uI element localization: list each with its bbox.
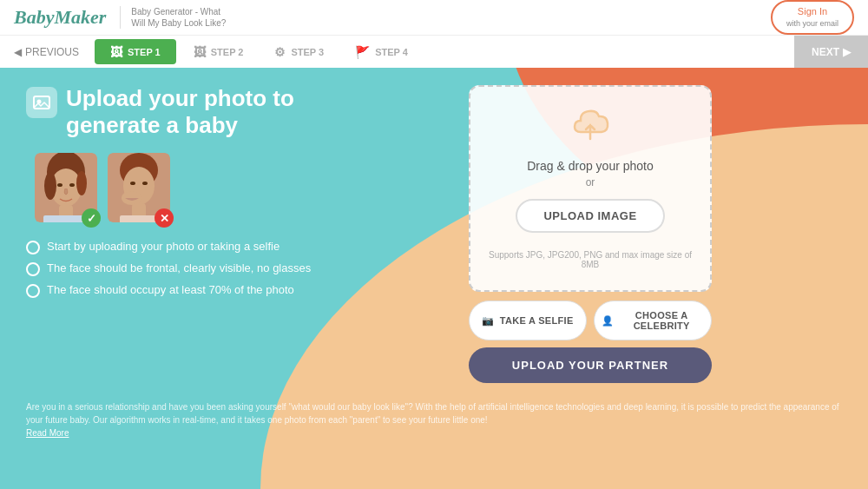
page-title-section: Upload your photo to generate a baby (26, 85, 443, 139)
bad-badge: ✕ (155, 208, 174, 228)
take-selfie-button[interactable]: 📷 TAKE A SELFIE (469, 301, 587, 340)
svg-point-6 (76, 171, 87, 195)
footer-body-text: Are you in a serious relationship and ha… (26, 400, 842, 426)
step-3-icon: ⚙ (274, 45, 286, 59)
chevron-right-icon: ▶ (843, 46, 851, 58)
instructions-list: Start by uploading your photo or taking … (26, 240, 443, 298)
step-4-button[interactable]: 🚩 STEP 4 (339, 36, 424, 68)
svg-point-8 (69, 183, 75, 187)
step-1-button[interactable]: 🖼 STEP 1 (95, 39, 176, 64)
previous-button[interactable]: ◀ PREVIOUS (0, 36, 93, 68)
photo-bad-example: ✕ (108, 153, 170, 222)
instruction-item: The face should occupy at least 70% of t… (26, 283, 443, 298)
svg-point-14 (130, 182, 135, 185)
instruction-item: Start by uploading your photo or taking … (26, 240, 443, 254)
instruction-item: The face should be frontal, clearly visi… (26, 261, 443, 276)
step-1-icon: 🖼 (110, 45, 122, 59)
photo-examples: ✓ (35, 153, 443, 222)
step-4-icon: 🚩 (355, 45, 370, 59)
header-left: BabyMaker Baby Generator - What Will My … (14, 6, 226, 29)
right-panel: Drag & drop your photo or UPLOAD IMAGE S… (469, 85, 712, 383)
upload-partner-button[interactable]: UPLOAD YOUR PARTNER (469, 347, 712, 383)
svg-point-7 (57, 183, 62, 187)
page-title-text: Upload your photo to generate a baby (66, 85, 294, 139)
footer-section: Are you in a serious relationship and ha… (0, 400, 868, 439)
svg-rect-0 (34, 96, 49, 109)
step-3-button[interactable]: ⚙ STEP 3 (259, 36, 339, 68)
choose-celebrity-button[interactable]: 👤 CHOOSE A CELEBRITY (594, 301, 712, 340)
photo-good-example: ✓ (35, 153, 97, 222)
header: BabyMaker Baby Generator - What Will My … (0, 0, 868, 35)
action-row: 📷 TAKE A SELFIE 👤 CHOOSE A CELEBRITY (469, 301, 712, 340)
drag-drop-text: Drag & drop your photo (488, 159, 693, 173)
bullet-icon (26, 262, 40, 276)
logo: BabyMaker (14, 6, 106, 29)
camera-icon: 📷 (482, 315, 494, 327)
left-panel: Upload your photo to generate a baby (26, 85, 443, 383)
upload-dropzone[interactable]: Drag & drop your photo or UPLOAD IMAGE S… (469, 85, 712, 292)
bullet-icon (26, 241, 40, 254)
read-more-link[interactable]: Read More (26, 428, 69, 438)
title-icon (26, 87, 57, 118)
bullet-icon (26, 284, 40, 298)
supports-text: Supports JPG, JPG200, PNG and max image … (488, 250, 693, 269)
good-badge: ✓ (82, 208, 101, 228)
header-tagline: Baby Generator - What Will My Baby Look … (120, 6, 226, 29)
logo-text: BabyMaker (14, 6, 106, 28)
svg-point-5 (44, 172, 56, 200)
chevron-left-icon: ◀ (14, 46, 22, 58)
or-text: or (488, 176, 693, 188)
step-2-icon: 🖼 (194, 45, 206, 59)
svg-point-15 (142, 182, 148, 185)
steps-navigation: ◀ PREVIOUS 🖼 STEP 1 🖼 STEP 2 ⚙ STEP 3 🚩 … (0, 35, 868, 68)
step-2-button[interactable]: 🖼 STEP 2 (178, 36, 260, 68)
upload-image-button[interactable]: UPLOAD IMAGE (516, 199, 664, 233)
person-icon: 👤 (602, 315, 614, 327)
sign-in-button[interactable]: Sign In with your email (771, 0, 854, 35)
svg-rect-18 (120, 215, 158, 222)
next-button[interactable]: NEXT ▶ (794, 36, 868, 68)
cloud-upload-icon (488, 108, 693, 150)
main-content: Upload your photo to generate a baby (0, 68, 868, 400)
